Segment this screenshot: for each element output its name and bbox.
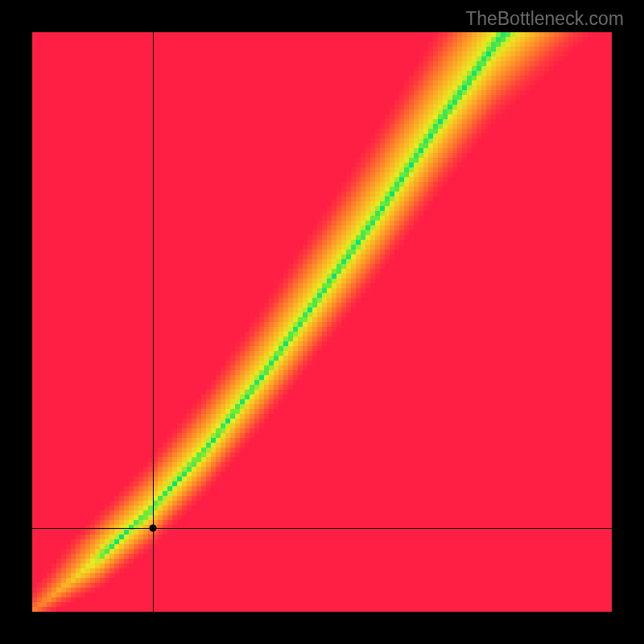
crosshair-horizontal <box>32 528 612 529</box>
heatmap-plot <box>32 32 612 612</box>
watermark-text: TheBottleneck.com <box>465 8 624 30</box>
marker-dot <box>149 524 156 531</box>
heatmap-canvas <box>32 32 612 612</box>
